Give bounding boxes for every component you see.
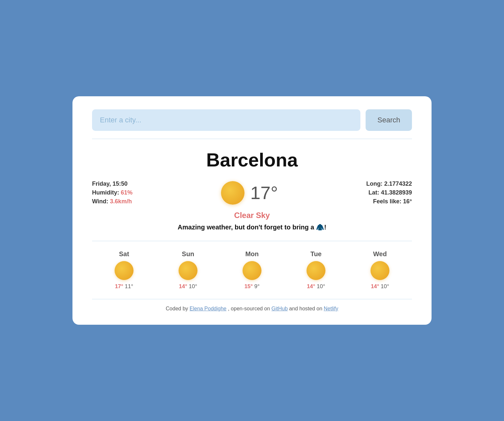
footer-netlify-link[interactable]: Netlify <box>324 306 338 311</box>
condition-label: Clear Sky <box>92 211 412 220</box>
humidity-label: Humidity: <box>92 189 119 196</box>
forecast-high-1: 14° <box>179 283 187 289</box>
footer: Coded by Elena Poddighe , open-sourced o… <box>92 306 412 312</box>
footer-author-link[interactable]: Elena Poddighe <box>190 306 227 311</box>
footer-suffix: and hosted on <box>289 306 324 311</box>
forecast-low-1: 10° <box>189 283 197 289</box>
long-label: Long: <box>366 180 383 187</box>
footer-middle: , open-sourced on <box>228 306 271 311</box>
wind-value: 3.6km/h <box>110 198 132 205</box>
city-search-input[interactable] <box>92 109 360 131</box>
search-button[interactable]: Search <box>366 109 412 131</box>
weather-center-panel: 17° <box>221 181 278 205</box>
forecast-temps-1: 14° 10° <box>179 283 197 290</box>
lat-value: 41.3828939 <box>381 189 412 196</box>
forecast-sun-icon-4 <box>370 261 389 280</box>
forecast-sun-icon-1 <box>179 261 197 280</box>
footer-prefix: Coded by <box>166 306 190 311</box>
forecast-sun-icon-3 <box>307 261 325 280</box>
weather-left-panel: Friday, 15:50 Humidity: 61% Wind: 3.6km/… <box>92 180 133 205</box>
forecast-sun-icon-2 <box>243 261 261 280</box>
city-name: Barcelona <box>92 149 412 171</box>
forecast-day-name-0: Sat <box>119 250 129 258</box>
weather-right-panel: Long: 2.1774322 Lat: 41.3828939 Feels li… <box>366 180 412 205</box>
forecast-day-3: Tue14° 10° <box>307 250 325 290</box>
weather-sun-icon <box>221 181 244 205</box>
search-row: Search <box>92 109 412 131</box>
forecast-temps-2: 15° 9° <box>244 283 260 290</box>
forecast-day-name-3: Tue <box>310 250 322 258</box>
feels-label: Feels like: <box>373 198 402 205</box>
footer-github-link[interactable]: GitHub <box>272 306 288 311</box>
forecast-temps-0: 17° 11° <box>115 283 133 290</box>
humidity-value: 61% <box>121 189 133 196</box>
date-time: Friday, 15:50 <box>92 180 133 187</box>
long-value: 2.1774322 <box>384 180 412 187</box>
wind: Wind: 3.6km/h <box>92 198 133 205</box>
forecast-high-2: 15° <box>244 283 253 289</box>
forecast-low-4: 10° <box>381 283 389 289</box>
forecast-day-4: Wed14° 10° <box>370 250 389 290</box>
humidity: Humidity: 61% <box>92 189 133 196</box>
forecast-high-3: 14° <box>307 283 315 289</box>
forecast-temps-4: 14° 10° <box>371 283 389 290</box>
forecast-divider-bottom <box>92 299 412 299</box>
feels-like: Feels like: 16° <box>366 198 412 205</box>
forecast-low-3: 10° <box>317 283 325 289</box>
longitude: Long: 2.1774322 <box>366 180 412 187</box>
forecast-day-0: Sat17° 11° <box>115 250 134 290</box>
forecast-day-name-4: Wed <box>373 250 387 258</box>
weather-card: Search Barcelona Friday, 15:50 Humidity:… <box>72 96 432 325</box>
forecast-day-name-2: Mon <box>245 250 259 258</box>
search-divider <box>92 139 412 139</box>
forecast-sun-icon-0 <box>115 261 134 280</box>
forecast-day-name-1: Sun <box>182 250 194 258</box>
lat-label: Lat: <box>369 189 379 196</box>
forecast-low-0: 11° <box>125 283 133 289</box>
forecast-row: Sat17° 11°Sun14° 10°Mon15° 9°Tue14° 10°W… <box>92 250 412 290</box>
forecast-high-4: 14° <box>371 283 379 289</box>
current-temperature: 17° <box>250 182 278 203</box>
forecast-day-2: Mon15° 9° <box>243 250 261 290</box>
forecast-temps-3: 14° 10° <box>307 283 325 290</box>
feels-value: 16° <box>403 198 412 205</box>
weather-advice: Amazing weather, but don't forget to bri… <box>92 223 412 231</box>
wind-label: Wind: <box>92 198 108 205</box>
forecast-low-2: 9° <box>254 283 260 289</box>
weather-main-row: Friday, 15:50 Humidity: 61% Wind: 3.6km/… <box>92 180 412 205</box>
latitude: Lat: 41.3828939 <box>366 189 412 196</box>
forecast-divider-top <box>92 241 412 241</box>
forecast-day-1: Sun14° 10° <box>179 250 197 290</box>
forecast-high-0: 17° <box>115 283 123 289</box>
